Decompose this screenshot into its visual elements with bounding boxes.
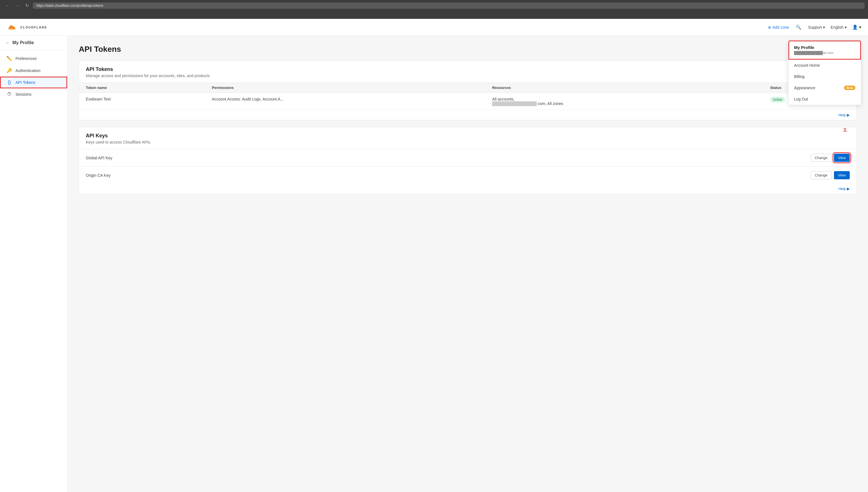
status-badge: Active [770, 97, 785, 102]
dropdown-profile-email: ████████████ail.com [794, 51, 856, 55]
dropdown-item-account-home[interactable]: Account Home [788, 60, 861, 71]
logo-text: CLOUDFLARE [20, 26, 47, 29]
col-resources: Resources [485, 83, 763, 93]
appearance-label: Appearance [794, 85, 815, 90]
sidebar-back-link[interactable]: ← My Profile [0, 36, 67, 50]
search-button[interactable]: 🔍 [795, 23, 803, 31]
add-zone-button[interactable]: ⊕ Add zone [768, 25, 789, 29]
url-bar[interactable]: https://dash.cloudflare.com/profile/api-… [33, 2, 865, 9]
billing-label: Billing [794, 74, 805, 79]
plus-icon: ⊕ [768, 25, 771, 29]
user-chevron-icon: ▾ [859, 24, 861, 30]
dropdown-profile: My Profile ████████████ail.com [788, 41, 861, 60]
dropdown-item-billing[interactable]: Billing [788, 71, 861, 82]
support-label: Support [808, 25, 822, 29]
table-row: Exabeam Test Account.Access: Audit Logs,… [79, 93, 857, 110]
api-tokens-card-title: API Tokens [86, 67, 210, 72]
origin-ca-key-change-button[interactable]: Change [811, 171, 832, 179]
language-button[interactable]: English ▾ [831, 25, 847, 29]
support-button[interactable]: Support ▾ [808, 25, 825, 29]
sessions-icon: ⏱ [6, 92, 12, 97]
sidebar-item-sessions-label: Sessions [16, 92, 31, 97]
sidebar-back-label: My Profile [12, 40, 34, 45]
logout-label: Log Out [794, 97, 808, 101]
language-chevron-icon: ▾ [845, 25, 847, 29]
user-icon: 👤 [852, 24, 858, 30]
reload-button[interactable]: ↻ [24, 2, 31, 9]
account-home-label: Account Home [794, 63, 820, 68]
sidebar-item-authentication-label: Authentication [16, 68, 41, 73]
language-label: English [831, 25, 844, 29]
redacted-resource: ████████████████ [492, 101, 537, 106]
forward-button[interactable]: → [14, 2, 21, 9]
sidebar: ← My Profile ✏️ Preferences 🔑 Authentica… [0, 36, 68, 492]
api-keys-help-link[interactable]: Help ▶ [79, 184, 857, 194]
step3-label: 3. [843, 127, 847, 133]
sidebar-item-sessions[interactable]: ⏱ Sessions [0, 89, 67, 100]
api-keys-help-label: Help ▶ [839, 187, 850, 191]
table-header-row: Token name Permissions Resources Status [79, 83, 857, 93]
origin-ca-key-name: Origin CA Key [86, 173, 110, 178]
main-content: ← My Profile ✏️ Preferences 🔑 Authentica… [0, 36, 868, 492]
api-keys-card-title: API Keys [86, 133, 151, 139]
col-permissions: Permissions [205, 83, 485, 93]
resources-text: All accounts, ████████████████ com, All … [492, 97, 563, 106]
page-content: API Tokens API Tokens Manage access and … [68, 36, 868, 492]
api-tokens-table: Token name Permissions Resources Status … [79, 82, 857, 110]
resources-cell: All accounts, ████████████████ com, All … [485, 93, 763, 110]
sidebar-item-api-tokens-label: API Tokens [16, 80, 35, 85]
api-keys-card-header: API Keys Keys used to access Cloudflare … [79, 127, 857, 149]
url-text: https://dash.cloudflare.com/profile/api-… [36, 4, 103, 7]
bookmarks-bar [0, 11, 868, 19]
dropdown-item-appearance[interactable]: Appearance Beta [788, 82, 861, 94]
sidebar-item-preferences[interactable]: ✏️ Preferences [0, 52, 67, 65]
global-api-key-row: Global API Key Change View [79, 149, 857, 166]
dropdown-profile-name: My Profile [794, 45, 856, 50]
preferences-icon: ✏️ [6, 56, 12, 61]
sidebar-nav: ✏️ Preferences 🔑 Authentication {} API T… [0, 50, 67, 102]
permissions-cell: Account.Access: Audit Logs, Account.A... [205, 93, 485, 110]
global-api-key-change-button[interactable]: Change [811, 154, 832, 162]
support-chevron-icon: ▾ [823, 25, 825, 29]
api-tokens-card: API Tokens Manage access and permissions… [79, 60, 857, 120]
api-keys-card: API Keys Keys used to access Cloudflare … [79, 127, 857, 194]
api-tokens-help-link[interactable]: Help ▶ [79, 110, 857, 120]
token-name-cell: Exabeam Test [79, 93, 205, 110]
global-api-key-view-button[interactable]: View [834, 154, 850, 162]
api-keys-header-wrapper: API Keys Keys used to access Cloudflare … [79, 127, 857, 149]
api-tokens-icon: {} [6, 80, 12, 85]
back-button[interactable]: ← [3, 2, 11, 9]
top-nav: CLOUDFLARE ⊕ Add zone 🔍 Support ▾ Englis… [0, 19, 868, 36]
sidebar-item-api-tokens[interactable]: {} API Tokens [0, 77, 67, 89]
api-tokens-card-header: API Tokens Manage access and permissions… [79, 61, 857, 82]
col-token-name: Token name [79, 83, 205, 93]
back-arrow-icon: ← [6, 40, 10, 45]
api-keys-card-desc: Keys used to access Cloudflare APIs. [86, 140, 151, 144]
cloudflare-logo-icon [7, 23, 18, 31]
sidebar-item-preferences-label: Preferences [16, 56, 36, 61]
api-tokens-help-label: Help ▶ [839, 113, 850, 117]
add-zone-label: Add zone [772, 25, 789, 29]
nav-right-wrapper: ⊕ Add zone 🔍 Support ▾ English ▾ 👤 ▾ [768, 23, 861, 31]
browser-chrome: ← → ↻ https://dash.cloudflare.com/profil… [0, 0, 868, 11]
logo-area: CLOUDFLARE [7, 23, 47, 31]
origin-ca-key-view-button[interactable]: View [834, 171, 850, 179]
global-api-key-actions: Change View [811, 154, 850, 162]
page-title: API Tokens [79, 45, 857, 54]
beta-badge: Beta [844, 85, 856, 90]
app-wrapper: CLOUDFLARE ⊕ Add zone 🔍 Support ▾ Englis… [0, 19, 868, 492]
origin-ca-key-actions: Change View [811, 171, 850, 179]
sidebar-item-authentication[interactable]: 🔑 Authentication [0, 65, 67, 77]
authentication-icon: 🔑 [6, 68, 12, 73]
origin-ca-key-row: Origin CA Key Change View [79, 166, 857, 184]
user-dropdown-menu: 1. My Profile ████████████ail.com Accoun… [788, 40, 861, 105]
dropdown-item-logout[interactable]: Log Out [788, 94, 861, 105]
api-keys-card-info: API Keys Keys used to access Cloudflare … [86, 133, 151, 144]
api-tokens-card-desc: Manage access and permissions for your a… [86, 73, 210, 78]
global-api-key-name: Global API Key [86, 156, 112, 160]
user-menu-button[interactable]: 👤 ▾ [852, 24, 861, 30]
nav-right: ⊕ Add zone 🔍 Support ▾ English ▾ 👤 ▾ [768, 23, 861, 31]
api-tokens-card-info: API Tokens Manage access and permissions… [86, 67, 210, 78]
